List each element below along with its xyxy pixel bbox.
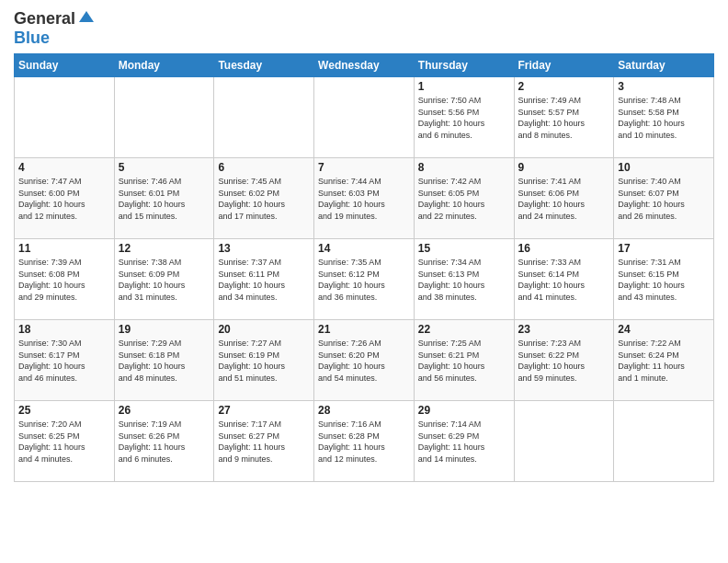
day-cell: 24Sunrise: 7:22 AM Sunset: 6:24 PM Dayli…: [614, 320, 714, 401]
calendar-page: General Blue SundayMondayTuesdayWednesda…: [0, 0, 728, 563]
day-cell: 2Sunrise: 7:49 AM Sunset: 5:57 PM Daylig…: [514, 77, 614, 158]
day-info: Sunrise: 7:49 AM Sunset: 5:57 PM Dayligh…: [518, 95, 610, 141]
day-cell: 10Sunrise: 7:40 AM Sunset: 6:07 PM Dayli…: [614, 158, 714, 239]
day-cell: 1Sunrise: 7:50 AM Sunset: 5:56 PM Daylig…: [414, 77, 514, 158]
week-row-4: 25Sunrise: 7:20 AM Sunset: 6:25 PM Dayli…: [15, 401, 714, 482]
day-cell: 21Sunrise: 7:26 AM Sunset: 6:20 PM Dayli…: [314, 320, 415, 401]
day-number: 3: [618, 80, 710, 93]
day-cell: 28Sunrise: 7:16 AM Sunset: 6:28 PM Dayli…: [314, 401, 415, 482]
day-cell: 26Sunrise: 7:19 AM Sunset: 6:26 PM Dayli…: [114, 401, 214, 482]
logo-blue-text: Blue: [14, 29, 50, 47]
day-cell: [314, 77, 415, 158]
day-number: 11: [18, 242, 110, 255]
day-info: Sunrise: 7:47 AM Sunset: 6:00 PM Dayligh…: [18, 176, 110, 222]
col-header-saturday: Saturday: [614, 54, 714, 77]
day-cell: 7Sunrise: 7:44 AM Sunset: 6:03 PM Daylig…: [314, 158, 415, 239]
day-info: Sunrise: 7:34 AM Sunset: 6:13 PM Dayligh…: [418, 257, 510, 303]
day-cell: 15Sunrise: 7:34 AM Sunset: 6:13 PM Dayli…: [414, 239, 514, 320]
header: General Blue: [14, 9, 714, 48]
day-cell: 5Sunrise: 7:46 AM Sunset: 6:01 PM Daylig…: [114, 158, 214, 239]
day-cell: 6Sunrise: 7:45 AM Sunset: 6:02 PM Daylig…: [214, 158, 314, 239]
day-number: 14: [318, 242, 410, 255]
day-number: 18: [18, 323, 110, 336]
day-number: 22: [418, 323, 510, 336]
day-cell: 29Sunrise: 7:14 AM Sunset: 6:29 PM Dayli…: [414, 401, 514, 482]
logo-general-text: General: [14, 9, 75, 29]
day-cell: 12Sunrise: 7:38 AM Sunset: 6:09 PM Dayli…: [114, 239, 214, 320]
day-number: 5: [119, 161, 210, 174]
day-number: 27: [218, 404, 310, 417]
day-info: Sunrise: 7:45 AM Sunset: 6:02 PM Dayligh…: [218, 176, 310, 222]
day-cell: 3Sunrise: 7:48 AM Sunset: 5:58 PM Daylig…: [614, 77, 714, 158]
day-cell: 19Sunrise: 7:29 AM Sunset: 6:18 PM Dayli…: [114, 320, 214, 401]
day-number: 6: [218, 161, 310, 174]
day-number: 13: [218, 242, 310, 255]
day-cell: 23Sunrise: 7:23 AM Sunset: 6:22 PM Dayli…: [514, 320, 614, 401]
day-cell: 8Sunrise: 7:42 AM Sunset: 6:05 PM Daylig…: [414, 158, 514, 239]
day-info: Sunrise: 7:39 AM Sunset: 6:08 PM Dayligh…: [18, 257, 110, 303]
day-cell: 13Sunrise: 7:37 AM Sunset: 6:11 PM Dayli…: [214, 239, 314, 320]
day-number: 9: [518, 161, 610, 174]
day-cell: [514, 401, 614, 482]
logo-icon: [77, 9, 96, 28]
day-cell: 4Sunrise: 7:47 AM Sunset: 6:00 PM Daylig…: [15, 158, 115, 239]
day-number: 7: [318, 161, 410, 174]
day-info: Sunrise: 7:38 AM Sunset: 6:09 PM Dayligh…: [119, 257, 210, 303]
day-info: Sunrise: 7:26 AM Sunset: 6:20 PM Dayligh…: [318, 338, 410, 384]
day-number: 29: [418, 404, 510, 417]
day-info: Sunrise: 7:29 AM Sunset: 6:18 PM Dayligh…: [119, 338, 210, 384]
day-number: 12: [119, 242, 210, 255]
day-info: Sunrise: 7:14 AM Sunset: 6:29 PM Dayligh…: [418, 419, 510, 465]
day-cell: 22Sunrise: 7:25 AM Sunset: 6:21 PM Dayli…: [414, 320, 514, 401]
day-number: 1: [418, 80, 510, 93]
day-cell: 17Sunrise: 7:31 AM Sunset: 6:15 PM Dayli…: [614, 239, 714, 320]
day-number: 8: [418, 161, 510, 174]
week-row-0: 1Sunrise: 7:50 AM Sunset: 5:56 PM Daylig…: [15, 77, 714, 158]
week-row-3: 18Sunrise: 7:30 AM Sunset: 6:17 PM Dayli…: [15, 320, 714, 401]
day-info: Sunrise: 7:30 AM Sunset: 6:17 PM Dayligh…: [18, 338, 110, 384]
week-row-2: 11Sunrise: 7:39 AM Sunset: 6:08 PM Dayli…: [15, 239, 714, 320]
day-info: Sunrise: 7:50 AM Sunset: 5:56 PM Dayligh…: [418, 95, 510, 141]
day-cell: 27Sunrise: 7:17 AM Sunset: 6:27 PM Dayli…: [214, 401, 314, 482]
day-info: Sunrise: 7:48 AM Sunset: 5:58 PM Dayligh…: [618, 95, 710, 141]
day-info: Sunrise: 7:37 AM Sunset: 6:11 PM Dayligh…: [218, 257, 310, 303]
day-info: Sunrise: 7:44 AM Sunset: 6:03 PM Dayligh…: [318, 176, 410, 222]
day-cell: 20Sunrise: 7:27 AM Sunset: 6:19 PM Dayli…: [214, 320, 314, 401]
day-info: Sunrise: 7:46 AM Sunset: 6:01 PM Dayligh…: [119, 176, 210, 222]
col-header-friday: Friday: [514, 54, 614, 77]
day-number: 25: [18, 404, 110, 417]
day-cell: [114, 77, 214, 158]
calendar-table: SundayMondayTuesdayWednesdayThursdayFrid…: [14, 53, 714, 482]
col-header-wednesday: Wednesday: [314, 54, 415, 77]
col-header-tuesday: Tuesday: [214, 54, 314, 77]
day-number: 16: [518, 242, 610, 255]
day-cell: 9Sunrise: 7:41 AM Sunset: 6:06 PM Daylig…: [514, 158, 614, 239]
day-number: 24: [618, 323, 710, 336]
day-number: 20: [218, 323, 310, 336]
day-number: 19: [119, 323, 210, 336]
day-info: Sunrise: 7:22 AM Sunset: 6:24 PM Dayligh…: [618, 338, 710, 384]
day-info: Sunrise: 7:35 AM Sunset: 6:12 PM Dayligh…: [318, 257, 410, 303]
day-number: 17: [618, 242, 710, 255]
header-row: SundayMondayTuesdayWednesdayThursdayFrid…: [15, 54, 714, 77]
day-info: Sunrise: 7:25 AM Sunset: 6:21 PM Dayligh…: [418, 338, 510, 384]
day-cell: [15, 77, 115, 158]
week-row-1: 4Sunrise: 7:47 AM Sunset: 6:00 PM Daylig…: [15, 158, 714, 239]
day-info: Sunrise: 7:20 AM Sunset: 6:25 PM Dayligh…: [18, 419, 110, 465]
logo: General Blue: [14, 9, 96, 48]
day-info: Sunrise: 7:23 AM Sunset: 6:22 PM Dayligh…: [518, 338, 610, 384]
day-number: 26: [119, 404, 210, 417]
day-info: Sunrise: 7:40 AM Sunset: 6:07 PM Dayligh…: [618, 176, 710, 222]
day-number: 4: [18, 161, 110, 174]
day-info: Sunrise: 7:17 AM Sunset: 6:27 PM Dayligh…: [218, 419, 310, 465]
day-info: Sunrise: 7:16 AM Sunset: 6:28 PM Dayligh…: [318, 419, 410, 465]
day-cell: 16Sunrise: 7:33 AM Sunset: 6:14 PM Dayli…: [514, 239, 614, 320]
day-info: Sunrise: 7:33 AM Sunset: 6:14 PM Dayligh…: [518, 257, 610, 303]
svg-marker-0: [79, 11, 94, 22]
col-header-sunday: Sunday: [15, 54, 115, 77]
day-info: Sunrise: 7:42 AM Sunset: 6:05 PM Dayligh…: [418, 176, 510, 222]
day-cell: [214, 77, 314, 158]
day-cell: 11Sunrise: 7:39 AM Sunset: 6:08 PM Dayli…: [15, 239, 115, 320]
day-info: Sunrise: 7:27 AM Sunset: 6:19 PM Dayligh…: [218, 338, 310, 384]
day-cell: [614, 401, 714, 482]
